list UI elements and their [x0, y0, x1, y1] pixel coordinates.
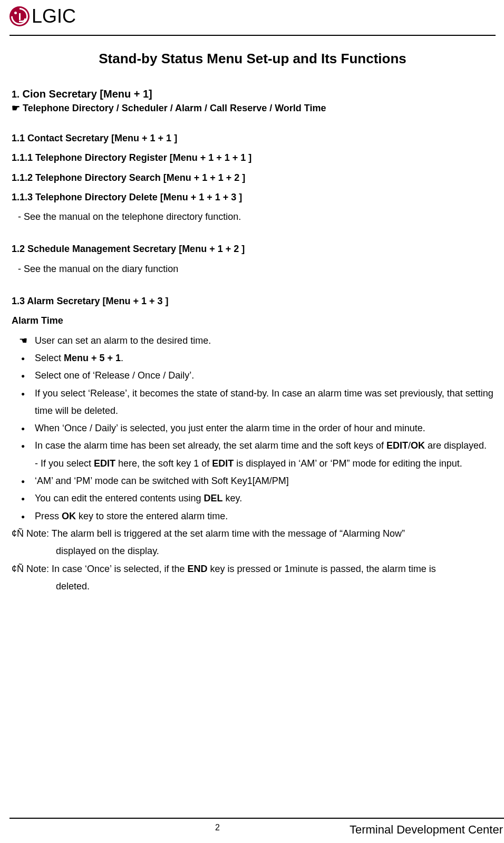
section-1-subtitle-text: Telephone Directory / Scheduler / Alarm … [23, 103, 326, 113]
heading-1-1: 1.1 Contact Secretary [Menu + 1 + 1 ] [12, 130, 493, 147]
text: - If you select [35, 458, 94, 469]
text: Select [35, 353, 64, 363]
heading-1-1-2: 1.1.2 Telephone Directory Search [Menu +… [12, 169, 493, 187]
text: is displayed in ‘AM’ or ‘PM” mode for ed… [234, 458, 462, 469]
page-number: 2 [215, 823, 220, 832]
section-1-number: 1. [12, 89, 20, 100]
logo: LGIC [9, 5, 76, 27]
document-body: Stand-by Status Menu Set-up and Its Func… [9, 51, 496, 595]
list-item: Select one of ‘Release / Once / Daily’. [35, 367, 493, 384]
list-item: ‘AM’ and ‘PM’ mode can be switched with … [35, 472, 493, 490]
bold-text: EDIT [94, 458, 115, 469]
text: ¢Ñ Note: In case ‘Once’ is selected, if … [12, 564, 188, 574]
note-1-1: - See the manual on the telephone direct… [12, 208, 493, 226]
note-2: ¢Ñ Note: In case ‘Once’ is selected, if … [12, 560, 493, 578]
footer-text: Terminal Development Center [350, 823, 504, 837]
list-item: User can set an alarm to the desired tim… [35, 332, 493, 350]
list-item: When ‘Once / Daily’ is selected, you jus… [35, 420, 493, 437]
bold-text: END [188, 564, 208, 574]
section-1-title: Cion Secretary [Menu + 1] [23, 88, 152, 100]
text: You can edit the entered contents using [35, 493, 204, 503]
alarm-time-list: User can set an alarm to the desired tim… [12, 332, 493, 455]
header-divider [9, 35, 496, 36]
heading-1-1-1: 1.1.1 Telephone Directory Register [Menu… [12, 149, 493, 167]
note-2-cont: deleted. [12, 578, 493, 595]
note-1-2: - See the manual on the diary function [12, 260, 493, 278]
header: LGIC [9, 5, 496, 27]
bold-text: OK [411, 440, 425, 451]
section-1-3: 1.3 Alarm Secretary [Menu + 1 + 3 ] Alar… [12, 293, 493, 595]
section-1-1: 1.1 Contact Secretary [Menu + 1 + 1 ] 1.… [12, 130, 493, 226]
page-title: Stand-by Status Menu Set-up and Its Func… [12, 51, 493, 67]
text: In case the alarm time has been set alre… [35, 440, 386, 451]
text: key is pressed or 1minute is passed, the… [208, 564, 436, 574]
list-item: Select Menu + 5 + 1. [35, 350, 493, 367]
section-1-2: 1.2 Schedule Management Secretary [Menu … [12, 240, 493, 278]
footer-divider [9, 818, 504, 819]
sub-note: - If you select EDIT here, the soft key … [12, 455, 493, 472]
bold-text: Menu + 5 + 1 [64, 353, 121, 363]
list-item: You can edit the entered contents using … [35, 490, 493, 507]
text: key. [223, 493, 243, 503]
text: Press [35, 511, 62, 521]
section-1-subtitle: ☛ Telephone Directory / Scheduler / Alar… [12, 102, 493, 114]
subhead-alarm-time: Alarm Time [12, 312, 493, 330]
section-1-head: 1. Cion Secretary [Menu + 1] [12, 88, 493, 100]
note-1: ¢Ñ Note: The alarm bell is triggered at … [12, 525, 493, 542]
heading-1-1-3: 1.1.3 Telephone Directory Delete [Menu +… [12, 189, 493, 206]
list-item: Press OK key to store the entered alarm … [35, 508, 493, 525]
list-item: If you select ‘Release’, it becomes the … [35, 385, 493, 420]
heading-1-2: 1.2 Schedule Management Secretary [Menu … [12, 240, 493, 258]
alarm-time-list-cont: ‘AM’ and ‘PM’ mode can be switched with … [12, 472, 493, 525]
text: are displayed. [425, 440, 487, 451]
text: here, the soft key 1 of [115, 458, 212, 469]
pointer-icon: ☛ [12, 103, 20, 113]
bold-text: EDIT [386, 440, 408, 451]
footer: 2 Terminal Development Center [9, 818, 504, 837]
list-item: In case the alarm time has been set alre… [35, 437, 493, 454]
bold-text: EDIT [212, 458, 234, 469]
text: key to store the entered alarm time. [76, 511, 228, 521]
bold-text: DEL [204, 493, 223, 503]
lg-logo-icon [9, 6, 30, 26]
bold-text: OK [62, 511, 76, 521]
heading-1-3: 1.3 Alarm Secretary [Menu + 1 + 3 ] [12, 293, 493, 310]
text: . [121, 353, 123, 363]
note-1-cont: displayed on the display. [12, 542, 493, 560]
logo-text: LGIC [32, 5, 76, 27]
